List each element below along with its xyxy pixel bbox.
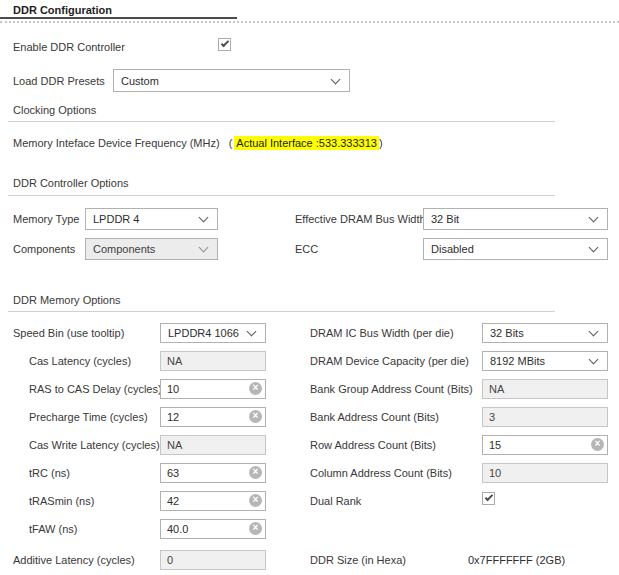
- controller-options-divider: [8, 195, 555, 196]
- memory-type-selected-value: LPDDR 4: [93, 213, 139, 225]
- bank-address-count-field-wrap: [482, 407, 608, 427]
- dram-ic-bus-width-selected-value: 32 Bits: [490, 327, 524, 339]
- dram-capacity-label: DRAM Device Capacity (per die): [310, 355, 469, 367]
- cas-write-latency-input: [160, 435, 266, 455]
- controller-options-title: DDR Controller Options: [13, 177, 129, 189]
- dram-ic-bus-width-label: DRAM IC Bus Width (per die): [310, 327, 454, 339]
- precharge-time-label: Precharge Time (cycles): [29, 411, 148, 423]
- ecc-selected-value: Disabled: [431, 243, 474, 255]
- page-title: DDR Configuration: [13, 4, 112, 16]
- bank-address-count-label: Bank Address Count (Bits): [310, 411, 439, 423]
- clear-icon[interactable]: ×: [591, 438, 604, 451]
- chevron-down-icon: [247, 327, 257, 337]
- clear-icon[interactable]: ×: [249, 410, 262, 423]
- trasmin-field-wrap: ×: [160, 491, 266, 511]
- memory-type-label: Memory Type: [13, 213, 79, 225]
- components-selected-value: Components: [93, 243, 155, 255]
- ddr-size-label: DDR Size (in Hexa): [310, 554, 406, 566]
- ddr-configuration-panel: DDR Configuration Enable DDR Controller …: [0, 0, 619, 575]
- ras-to-cas-label: RAS to CAS Delay (cycles): [29, 383, 162, 395]
- precharge-time-field-wrap: ×: [160, 407, 266, 427]
- column-address-count-input: [482, 463, 608, 483]
- chevron-down-icon: [589, 243, 599, 253]
- ras-to-cas-field-wrap: ×: [160, 379, 266, 399]
- frequency-paren-close: ): [379, 137, 383, 149]
- trasmin-label: tRASmin (ns): [29, 495, 94, 507]
- dram-capacity-select[interactable]: 8192 MBits: [482, 351, 608, 371]
- cas-write-latency-field-wrap: [160, 435, 266, 455]
- tfaw-field-wrap: ×: [160, 519, 266, 539]
- additive-latency-input: [160, 550, 266, 570]
- dram-ic-bus-width-select[interactable]: 32 Bits: [482, 323, 608, 343]
- clear-icon[interactable]: ×: [249, 466, 262, 479]
- chevron-down-icon: [589, 327, 599, 337]
- bus-width-selected-value: 32 Bit: [431, 213, 459, 225]
- clocking-section-title: Clocking Options: [13, 104, 96, 116]
- ddr-size-value: 0x7FFFFFFF (2GB): [468, 554, 565, 566]
- clear-icon[interactable]: ×: [249, 494, 262, 507]
- cas-write-latency-label: Cas Write Latency (cycles): [29, 439, 160, 451]
- frequency-row: Memory Inteface Device Frequency (MHz) (…: [13, 136, 383, 150]
- ecc-label: ECC: [295, 243, 318, 255]
- column-address-count-label: Column Address Count (Bits): [310, 467, 452, 479]
- dram-capacity-selected-value: 8192 MBits: [490, 355, 545, 367]
- cas-latency-label: Cas Latency (cycles): [29, 355, 131, 367]
- additive-latency-label: Additive Latency (cycles): [13, 554, 135, 566]
- cas-latency-input: [160, 351, 266, 371]
- row-address-count-input[interactable]: [482, 435, 608, 455]
- clear-icon[interactable]: ×: [249, 382, 262, 395]
- chevron-down-icon: [589, 355, 599, 365]
- frequency-paren-open: (: [229, 137, 233, 149]
- bank-address-count-input: [482, 407, 608, 427]
- tab-underline: [0, 17, 237, 19]
- speed-bin-select[interactable]: LPDDR4 1066: [160, 323, 266, 343]
- dotted-separator: [0, 21, 619, 23]
- memory-options-title: DDR Memory Options: [13, 294, 121, 306]
- trc-field-wrap: ×: [160, 463, 266, 483]
- enable-ddr-checkbox[interactable]: [218, 38, 231, 51]
- dual-rank-label: Dual Rank: [310, 495, 361, 507]
- components-select: Components: [85, 238, 218, 260]
- chevron-down-icon: [331, 74, 341, 84]
- speed-bin-selected-value: LPDDR4 1066: [168, 327, 239, 339]
- memory-type-select[interactable]: LPDDR 4: [85, 208, 218, 230]
- memory-options-divider: [8, 311, 555, 312]
- trc-label: tRC (ns): [29, 467, 70, 479]
- bus-width-select[interactable]: 32 Bit: [423, 208, 608, 230]
- presets-selected-value: Custom: [121, 75, 159, 87]
- additive-latency-field-wrap: [160, 550, 266, 570]
- column-address-count-field-wrap: [482, 463, 608, 483]
- cas-latency-field-wrap: [160, 351, 266, 371]
- clocking-divider: [8, 121, 555, 122]
- checkmark-icon: [221, 39, 229, 47]
- dual-rank-checkbox[interactable]: [482, 492, 495, 505]
- checkmark-icon: [485, 493, 493, 501]
- frequency-actual-highlight: Actual Interface :533.333313: [234, 136, 379, 150]
- row-address-count-label: Row Address Count (Bits): [310, 439, 436, 451]
- chevron-down-icon: [589, 213, 599, 223]
- clear-icon[interactable]: ×: [249, 522, 262, 535]
- bank-group-count-field-wrap: [482, 379, 608, 399]
- chevron-down-icon: [199, 243, 209, 253]
- bank-group-count-input: [482, 379, 608, 399]
- presets-label: Load DDR Presets: [13, 75, 105, 87]
- frequency-label: Memory Inteface Device Frequency (MHz): [13, 137, 220, 149]
- presets-select[interactable]: Custom: [113, 69, 350, 92]
- components-label: Components: [13, 243, 75, 255]
- bus-width-label: Effective DRAM Bus Width: [295, 213, 426, 225]
- tfaw-label: tFAW (ns): [29, 523, 77, 535]
- bank-group-count-label: Bank Group Address Count (Bits): [310, 383, 473, 395]
- chevron-down-icon: [199, 213, 209, 223]
- enable-ddr-label: Enable DDR Controller: [13, 41, 125, 53]
- ecc-select[interactable]: Disabled: [423, 238, 608, 260]
- row-address-count-field-wrap: ×: [482, 435, 608, 455]
- speed-bin-label: Speed Bin (use tooltip): [13, 327, 124, 339]
